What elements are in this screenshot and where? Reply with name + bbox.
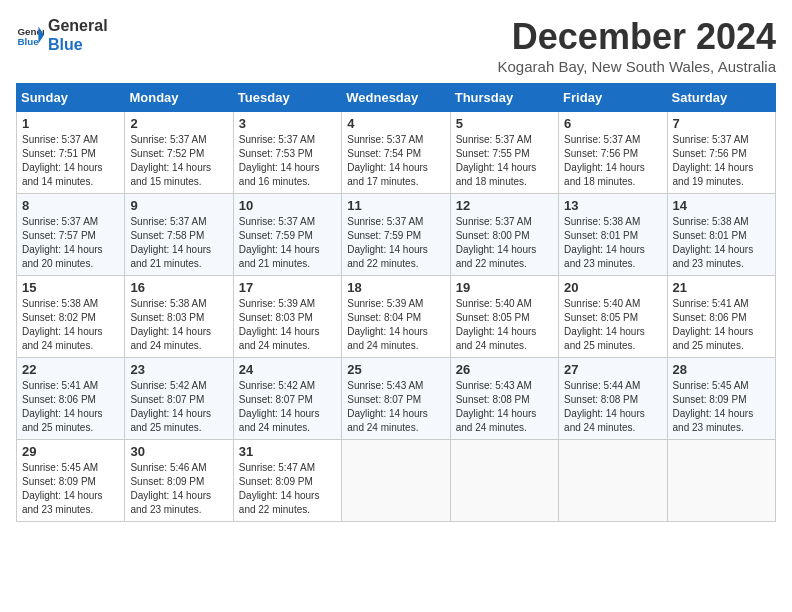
calendar-day-cell: 16Sunrise: 5:38 AM Sunset: 8:03 PM Dayli… bbox=[125, 276, 233, 358]
calendar-day-cell: 24Sunrise: 5:42 AM Sunset: 8:07 PM Dayli… bbox=[233, 358, 341, 440]
calendar-day-cell: 14Sunrise: 5:38 AM Sunset: 8:01 PM Dayli… bbox=[667, 194, 775, 276]
calendar-day-cell: 15Sunrise: 5:38 AM Sunset: 8:02 PM Dayli… bbox=[17, 276, 125, 358]
calendar-day-cell: 1Sunrise: 5:37 AM Sunset: 7:51 PM Daylig… bbox=[17, 112, 125, 194]
calendar-week-row: 29Sunrise: 5:45 AM Sunset: 8:09 PM Dayli… bbox=[17, 440, 776, 522]
calendar-week-row: 8Sunrise: 5:37 AM Sunset: 7:57 PM Daylig… bbox=[17, 194, 776, 276]
calendar-day-cell: 23Sunrise: 5:42 AM Sunset: 8:07 PM Dayli… bbox=[125, 358, 233, 440]
calendar-week-row: 1Sunrise: 5:37 AM Sunset: 7:51 PM Daylig… bbox=[17, 112, 776, 194]
calendar-week-row: 15Sunrise: 5:38 AM Sunset: 8:02 PM Dayli… bbox=[17, 276, 776, 358]
calendar-day-cell: 30Sunrise: 5:46 AM Sunset: 8:09 PM Dayli… bbox=[125, 440, 233, 522]
day-of-week-header: Sunday bbox=[17, 84, 125, 112]
calendar-day-cell: 27Sunrise: 5:44 AM Sunset: 8:08 PM Dayli… bbox=[559, 358, 667, 440]
page-header: General Blue General Blue December 2024 … bbox=[16, 16, 776, 75]
calendar-week-row: 22Sunrise: 5:41 AM Sunset: 8:06 PM Dayli… bbox=[17, 358, 776, 440]
calendar-day-cell: 10Sunrise: 5:37 AM Sunset: 7:59 PM Dayli… bbox=[233, 194, 341, 276]
calendar-day-cell: 12Sunrise: 5:37 AM Sunset: 8:00 PM Dayli… bbox=[450, 194, 558, 276]
day-of-week-header: Thursday bbox=[450, 84, 558, 112]
calendar-day-cell: 22Sunrise: 5:41 AM Sunset: 8:06 PM Dayli… bbox=[17, 358, 125, 440]
calendar-day-cell: 11Sunrise: 5:37 AM Sunset: 7:59 PM Dayli… bbox=[342, 194, 450, 276]
day-of-week-header: Friday bbox=[559, 84, 667, 112]
day-of-week-header: Tuesday bbox=[233, 84, 341, 112]
day-of-week-header: Wednesday bbox=[342, 84, 450, 112]
calendar-day-cell: 9Sunrise: 5:37 AM Sunset: 7:58 PM Daylig… bbox=[125, 194, 233, 276]
day-of-week-header: Saturday bbox=[667, 84, 775, 112]
calendar-day-cell: 28Sunrise: 5:45 AM Sunset: 8:09 PM Dayli… bbox=[667, 358, 775, 440]
calendar-day-cell: 8Sunrise: 5:37 AM Sunset: 7:57 PM Daylig… bbox=[17, 194, 125, 276]
calendar-day-cell: 19Sunrise: 5:40 AM Sunset: 8:05 PM Dayli… bbox=[450, 276, 558, 358]
calendar-table: SundayMondayTuesdayWednesdayThursdayFrid… bbox=[16, 83, 776, 522]
svg-text:Blue: Blue bbox=[17, 36, 39, 47]
calendar-day-cell bbox=[559, 440, 667, 522]
calendar-day-cell: 3Sunrise: 5:37 AM Sunset: 7:53 PM Daylig… bbox=[233, 112, 341, 194]
calendar-day-cell: 26Sunrise: 5:43 AM Sunset: 8:08 PM Dayli… bbox=[450, 358, 558, 440]
calendar-day-cell: 18Sunrise: 5:39 AM Sunset: 8:04 PM Dayli… bbox=[342, 276, 450, 358]
calendar-header-row: SundayMondayTuesdayWednesdayThursdayFrid… bbox=[17, 84, 776, 112]
month-year-title: December 2024 bbox=[498, 16, 776, 58]
logo-blue: Blue bbox=[48, 35, 108, 54]
logo: General Blue General Blue bbox=[16, 16, 108, 54]
calendar-day-cell: 2Sunrise: 5:37 AM Sunset: 7:52 PM Daylig… bbox=[125, 112, 233, 194]
calendar-day-cell: 31Sunrise: 5:47 AM Sunset: 8:09 PM Dayli… bbox=[233, 440, 341, 522]
calendar-day-cell: 4Sunrise: 5:37 AM Sunset: 7:54 PM Daylig… bbox=[342, 112, 450, 194]
calendar-day-cell: 17Sunrise: 5:39 AM Sunset: 8:03 PM Dayli… bbox=[233, 276, 341, 358]
calendar-day-cell bbox=[667, 440, 775, 522]
location-subtitle: Kogarah Bay, New South Wales, Australia bbox=[498, 58, 776, 75]
calendar-day-cell: 20Sunrise: 5:40 AM Sunset: 8:05 PM Dayli… bbox=[559, 276, 667, 358]
calendar-day-cell: 29Sunrise: 5:45 AM Sunset: 8:09 PM Dayli… bbox=[17, 440, 125, 522]
calendar-day-cell: 21Sunrise: 5:41 AM Sunset: 8:06 PM Dayli… bbox=[667, 276, 775, 358]
logo-general: General bbox=[48, 16, 108, 35]
calendar-day-cell bbox=[342, 440, 450, 522]
calendar-day-cell: 6Sunrise: 5:37 AM Sunset: 7:56 PM Daylig… bbox=[559, 112, 667, 194]
day-of-week-header: Monday bbox=[125, 84, 233, 112]
calendar-day-cell: 25Sunrise: 5:43 AM Sunset: 8:07 PM Dayli… bbox=[342, 358, 450, 440]
calendar-day-cell bbox=[450, 440, 558, 522]
calendar-day-cell: 5Sunrise: 5:37 AM Sunset: 7:55 PM Daylig… bbox=[450, 112, 558, 194]
logo-icon: General Blue bbox=[16, 21, 44, 49]
calendar-day-cell: 7Sunrise: 5:37 AM Sunset: 7:56 PM Daylig… bbox=[667, 112, 775, 194]
title-block: December 2024 Kogarah Bay, New South Wal… bbox=[498, 16, 776, 75]
calendar-day-cell: 13Sunrise: 5:38 AM Sunset: 8:01 PM Dayli… bbox=[559, 194, 667, 276]
